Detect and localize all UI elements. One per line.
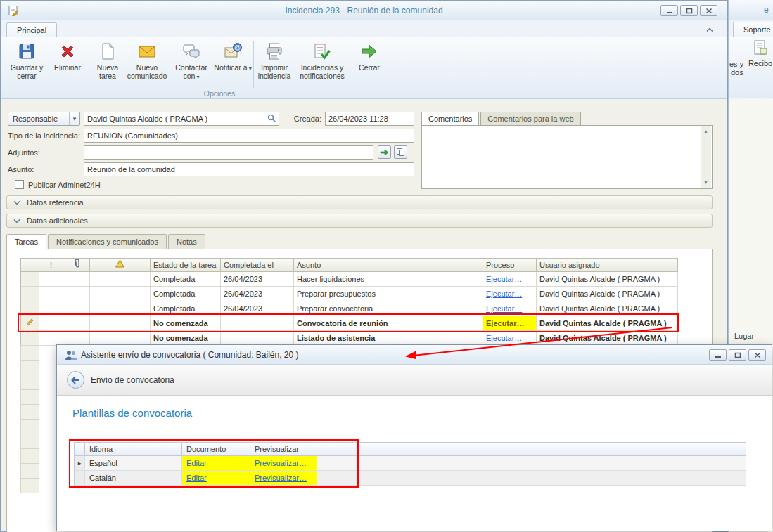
paperclip-icon	[72, 259, 81, 271]
tab-principal[interactable]: Principal	[6, 22, 57, 37]
row-selector-header	[20, 258, 39, 272]
tab-notas[interactable]: Notas	[168, 234, 205, 249]
minimize-button[interactable]	[660, 5, 678, 16]
previsualizar-link[interactable]: Previsualizar…	[255, 474, 307, 482]
ejecutar-link[interactable]: Ejecutar…	[486, 290, 522, 298]
row-selector[interactable]	[74, 471, 85, 486]
publicar-adminet-checkbox[interactable]	[15, 180, 24, 189]
asunto-column-header[interactable]: Asunto	[294, 258, 483, 272]
row-arrow-icon: ▸	[78, 456, 82, 470]
row-selector[interactable]	[20, 331, 39, 346]
ejecutar-link[interactable]: Ejecutar…	[486, 319, 524, 327]
tab-comentarios[interactable]: Comentarios	[421, 112, 479, 125]
tab-soporte[interactable]: Soporte	[733, 22, 773, 37]
ribbon-collapse-button[interactable]	[702, 24, 717, 35]
row-selector[interactable]	[20, 287, 39, 301]
comments-tabs: Comentarios Comentarios para la web	[421, 112, 582, 125]
idioma-column-header[interactable]: Idioma	[85, 442, 182, 456]
estado-column-header[interactable]: Estado de la tarea	[151, 258, 221, 272]
maximize-button[interactable]	[680, 5, 698, 16]
ejecutar-link[interactable]: Ejecutar…	[486, 334, 522, 342]
usuario-column-header[interactable]: Usuario asignado	[537, 258, 678, 272]
attach-file-button[interactable]	[378, 145, 391, 159]
row-selector-editing[interactable]	[20, 316, 39, 331]
row-selector[interactable]	[20, 361, 39, 375]
attachment-cell	[63, 316, 90, 331]
editar-link[interactable]: Editar	[186, 474, 207, 482]
notificar-a-button[interactable]: @ Notificar a▾	[214, 39, 252, 94]
attachment-column-header[interactable]	[63, 258, 90, 272]
row-selector-current[interactable]: ▸	[74, 456, 85, 471]
task-row-selected[interactable]: No comenzada Convocatoria de reunión Eje…	[20, 316, 679, 331]
imprimir-incidencia-button[interactable]: Imprimir incidencia	[256, 39, 293, 94]
tipo-incidencia-input[interactable]	[84, 129, 414, 143]
responsable-combo[interactable]: Responsable ▾	[8, 112, 80, 126]
row-selector[interactable]	[20, 464, 39, 479]
search-icon[interactable]	[267, 114, 276, 124]
guardar-y-cerrar-button[interactable]: Guardar y cerrar	[7, 39, 46, 94]
tab-comentarios-web[interactable]: Comentarios para la web	[480, 112, 580, 125]
template-row[interactable]: Catalán Editar Previsualizar…	[74, 471, 746, 486]
comments-scrollbar[interactable]: ▲ ▼	[701, 126, 711, 188]
completada-cell: 26/04/2023	[221, 272, 294, 287]
maximize-button[interactable]	[729, 349, 746, 361]
documento-column-header[interactable]: Documento	[182, 442, 250, 456]
editar-link[interactable]: Editar	[186, 459, 207, 467]
empty-row-selectors	[20, 346, 39, 493]
completada-cell: 26/04/2023	[221, 301, 294, 316]
adjuntos-input[interactable]	[84, 145, 373, 160]
previsualizar-column-header[interactable]: Previsualizar	[250, 442, 317, 456]
row-selector[interactable]	[20, 346, 39, 361]
task-row[interactable]: Completada 26/04/2023 Preparar convocato…	[20, 301, 679, 316]
row-selector[interactable]	[20, 449, 39, 464]
row-selector[interactable]	[20, 434, 39, 449]
nueva-tarea-button[interactable]: Nueva tarea	[91, 39, 124, 94]
close-button[interactable]	[700, 5, 717, 16]
creada-input[interactable]	[325, 112, 414, 126]
responsable-input[interactable]	[84, 112, 279, 126]
alert-column-header[interactable]	[90, 258, 151, 272]
contactar-con-button[interactable]: Contactar con▾	[170, 39, 212, 94]
asunto-input[interactable]	[84, 162, 414, 176]
ribbon-button-caption: Nueva tarea	[91, 63, 124, 80]
row-selector[interactable]	[20, 390, 39, 405]
eliminar-button[interactable]: Eliminar	[49, 39, 86, 94]
ejecutar-link[interactable]: Ejecutar…	[486, 275, 522, 283]
previsualizar-cell-highlighted: Previsualizar…	[250, 456, 317, 471]
task-row[interactable]: Completada 26/04/2023 Preparar presupues…	[20, 287, 679, 301]
copy-button[interactable]	[394, 145, 407, 159]
section-datos-adicionales[interactable]: Datos adicionales	[6, 214, 713, 228]
priority-column-header[interactable]: !	[39, 258, 63, 272]
scroll-up-icon[interactable]: ▲	[701, 126, 711, 136]
nuevo-comunicado-button[interactable]: Nuevo comunicado	[125, 39, 169, 94]
row-selector[interactable]	[20, 405, 39, 420]
completada-column-header[interactable]: Completada el	[221, 258, 294, 272]
task-row[interactable]: No comenzada Listado de asistencia Ejecu…	[20, 331, 679, 346]
recibo-button[interactable]: Recibo	[747, 39, 773, 93]
filler-column-header	[317, 442, 746, 456]
adjuntos-label: Adjuntos:	[8, 145, 40, 160]
task-row[interactable]: Completada 26/04/2023 Hacer liquidacione…	[20, 272, 679, 287]
row-selector[interactable]	[20, 272, 39, 287]
comments-textarea[interactable]	[423, 127, 699, 187]
creada-label: Creada:	[285, 112, 321, 126]
tab-notificaciones-y-comunicados[interactable]: Notificaciones y comunicados	[48, 234, 167, 249]
close-button[interactable]	[748, 349, 766, 361]
template-row[interactable]: ▸ Español Editar Previsualizar…	[74, 456, 746, 471]
row-selector[interactable]	[20, 420, 39, 434]
ejecutar-link[interactable]: Ejecutar…	[486, 304, 522, 313]
documento-cell-highlighted: Editar	[182, 471, 250, 486]
proceso-column-header[interactable]: Proceso	[483, 258, 537, 272]
previsualizar-link[interactable]: Previsualizar…	[255, 459, 307, 467]
incidencias-y-notificaciones-button[interactable]: Incidencias y notificaciones	[295, 39, 349, 94]
cerrar-button[interactable]: Cerrar	[353, 39, 385, 94]
row-selector[interactable]	[20, 479, 39, 493]
section-datos-referencia[interactable]: Datos referencia	[6, 195, 713, 209]
row-selector[interactable]	[20, 375, 39, 390]
row-selector[interactable]	[20, 301, 39, 316]
priority-cell	[39, 287, 63, 301]
back-button[interactable]	[67, 371, 84, 389]
tab-tareas[interactable]: Tareas	[6, 234, 46, 249]
scroll-down-icon[interactable]: ▼	[701, 178, 711, 188]
minimize-button[interactable]	[709, 349, 727, 361]
